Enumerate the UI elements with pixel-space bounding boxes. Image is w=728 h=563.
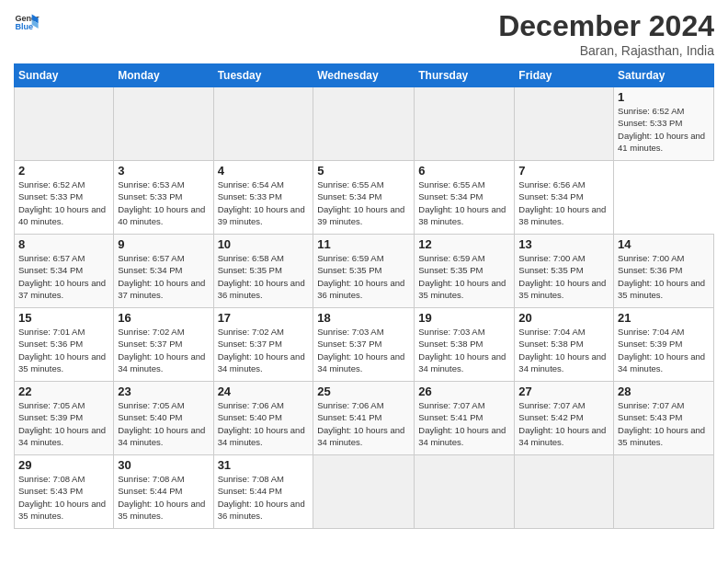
- title-block: December 2024 Baran, Rajasthan, India: [498, 9, 714, 58]
- col-header-wednesday: Wednesday: [313, 64, 415, 87]
- day-cell-24: 24Sunrise: 7:06 AMSunset: 5:40 PMDayligh…: [213, 382, 313, 455]
- day-cell-9: 9Sunrise: 6:57 AMSunset: 5:34 PMDaylight…: [114, 235, 213, 308]
- day-cell-19: 19Sunrise: 7:03 AMSunset: 5:38 PMDayligh…: [415, 308, 515, 382]
- day-cell-5: 5Sunrise: 6:55 AMSunset: 5:34 PMDaylight…: [313, 161, 415, 235]
- empty-cell: [213, 87, 313, 161]
- day-cell-29: 29Sunrise: 7:08 AMSunset: 5:43 PMDayligh…: [15, 455, 114, 529]
- calendar-header-row: SundayMondayTuesdayWednesdayThursdayFrid…: [15, 64, 714, 87]
- day-cell-15: 15Sunrise: 7:01 AMSunset: 5:36 PMDayligh…: [15, 308, 114, 382]
- day-cell-14: 14Sunrise: 7:00 AMSunset: 5:36 PMDayligh…: [614, 235, 714, 308]
- calendar-table: SundayMondayTuesdayWednesdayThursdayFrid…: [14, 63, 714, 529]
- calendar-body: 1Sunrise: 6:52 AMSunset: 5:33 PMDaylight…: [15, 87, 714, 529]
- day-cell-28: 28Sunrise: 7:07 AMSunset: 5:43 PMDayligh…: [614, 382, 714, 455]
- col-header-sunday: Sunday: [15, 64, 114, 87]
- logo-icon: General Blue: [14, 9, 40, 35]
- location-subtitle: Baran, Rajasthan, India: [498, 43, 714, 58]
- empty-cell: [614, 455, 714, 529]
- day-cell-18: 18Sunrise: 7:03 AMSunset: 5:37 PMDayligh…: [313, 308, 415, 382]
- empty-cell: [15, 87, 114, 161]
- day-cell-1: 1Sunrise: 6:52 AMSunset: 5:33 PMDaylight…: [614, 87, 714, 161]
- week-row-4: 22Sunrise: 7:05 AMSunset: 5:39 PMDayligh…: [15, 382, 714, 455]
- day-cell-30: 30Sunrise: 7:08 AMSunset: 5:44 PMDayligh…: [114, 455, 213, 529]
- day-cell-13: 13Sunrise: 7:00 AMSunset: 5:35 PMDayligh…: [515, 235, 614, 308]
- day-cell-10: 10Sunrise: 6:58 AMSunset: 5:35 PMDayligh…: [213, 235, 313, 308]
- empty-cell: [515, 87, 614, 161]
- month-title: December 2024: [498, 9, 714, 43]
- day-cell-22: 22Sunrise: 7:05 AMSunset: 5:39 PMDayligh…: [15, 382, 114, 455]
- week-row-3: 15Sunrise: 7:01 AMSunset: 5:36 PMDayligh…: [15, 308, 714, 382]
- day-cell-8: 8Sunrise: 6:57 AMSunset: 5:34 PMDaylight…: [15, 235, 114, 308]
- col-header-thursday: Thursday: [415, 64, 515, 87]
- calendar-container: General Blue December 2024 Baran, Rajast…: [0, 0, 728, 538]
- empty-cell: [114, 87, 213, 161]
- day-cell-7: 7Sunrise: 6:56 AMSunset: 5:34 PMDaylight…: [515, 161, 614, 235]
- svg-text:Blue: Blue: [15, 22, 33, 31]
- day-cell-27: 27Sunrise: 7:07 AMSunset: 5:42 PMDayligh…: [515, 382, 614, 455]
- day-cell-20: 20Sunrise: 7:04 AMSunset: 5:38 PMDayligh…: [515, 308, 614, 382]
- header: General Blue December 2024 Baran, Rajast…: [14, 9, 714, 58]
- week-row-2: 8Sunrise: 6:57 AMSunset: 5:34 PMDaylight…: [15, 235, 714, 308]
- col-header-tuesday: Tuesday: [213, 64, 313, 87]
- day-cell-25: 25Sunrise: 7:06 AMSunset: 5:41 PMDayligh…: [313, 382, 415, 455]
- day-cell-12: 12Sunrise: 6:59 AMSunset: 5:35 PMDayligh…: [415, 235, 515, 308]
- col-header-friday: Friday: [515, 64, 614, 87]
- day-cell-3: 3Sunrise: 6:53 AMSunset: 5:33 PMDaylight…: [114, 161, 213, 235]
- logo: General Blue: [14, 9, 40, 35]
- day-cell-11: 11Sunrise: 6:59 AMSunset: 5:35 PMDayligh…: [313, 235, 415, 308]
- col-header-saturday: Saturday: [614, 64, 714, 87]
- day-cell-17: 17Sunrise: 7:02 AMSunset: 5:37 PMDayligh…: [213, 308, 313, 382]
- col-header-monday: Monday: [114, 64, 213, 87]
- week-row-5: 29Sunrise: 7:08 AMSunset: 5:43 PMDayligh…: [15, 455, 714, 529]
- week-row-1: 2Sunrise: 6:52 AMSunset: 5:33 PMDaylight…: [15, 161, 714, 235]
- empty-cell: [415, 455, 515, 529]
- day-cell-26: 26Sunrise: 7:07 AMSunset: 5:41 PMDayligh…: [415, 382, 515, 455]
- day-cell-6: 6Sunrise: 6:55 AMSunset: 5:34 PMDaylight…: [415, 161, 515, 235]
- day-cell-2: 2Sunrise: 6:52 AMSunset: 5:33 PMDaylight…: [15, 161, 114, 235]
- day-cell-16: 16Sunrise: 7:02 AMSunset: 5:37 PMDayligh…: [114, 308, 213, 382]
- day-cell-31: 31Sunrise: 7:08 AMSunset: 5:44 PMDayligh…: [213, 455, 313, 529]
- empty-cell: [313, 455, 415, 529]
- day-cell-4: 4Sunrise: 6:54 AMSunset: 5:33 PMDaylight…: [213, 161, 313, 235]
- day-cell-23: 23Sunrise: 7:05 AMSunset: 5:40 PMDayligh…: [114, 382, 213, 455]
- week-row-0: 1Sunrise: 6:52 AMSunset: 5:33 PMDaylight…: [15, 87, 714, 161]
- day-cell-21: 21Sunrise: 7:04 AMSunset: 5:39 PMDayligh…: [614, 308, 714, 382]
- empty-cell: [515, 455, 614, 529]
- empty-cell: [415, 87, 515, 161]
- empty-cell: [313, 87, 415, 161]
